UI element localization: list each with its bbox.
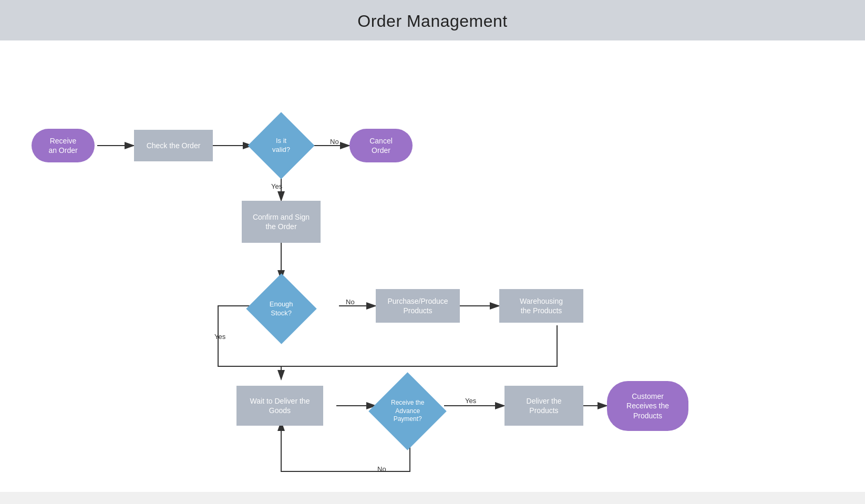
wait-deliver-node: Wait to Deliver the Goods [236, 386, 323, 426]
is-valid-node: Is it valid? [247, 117, 315, 174]
no1-label: No [330, 138, 339, 146]
receive-order-node: Receive an Order [32, 129, 95, 162]
yes3-label: Yes [465, 397, 476, 405]
yes1-label: Yes [271, 182, 282, 190]
check-order-node: Check the Order [134, 130, 213, 161]
diagram-canvas: No Yes No Yes Yes No Receive an Order Ch… [0, 40, 865, 492]
enough-stock-node: Enough Stock? [247, 280, 315, 337]
page-header: Order Management [0, 0, 865, 40]
yes2-label: Yes [214, 333, 225, 341]
customer-receives-node: Customer Receives the Products [607, 381, 688, 431]
deliver-products-node: Deliver the Products [504, 386, 583, 426]
cancel-order-node: Cancel Order [349, 129, 413, 162]
no3-label: No [377, 465, 386, 473]
confirm-sign-node: Confirm and Sign the Order [242, 201, 321, 243]
receive-payment-node: Receive the Advance Payment? [368, 379, 447, 443]
warehousing-node: Warehousing the Products [499, 289, 583, 323]
no2-label: No [346, 298, 355, 306]
page-title: Order Management [0, 12, 865, 31]
purchase-produce-node: Purchase/Produce Products [376, 289, 460, 323]
